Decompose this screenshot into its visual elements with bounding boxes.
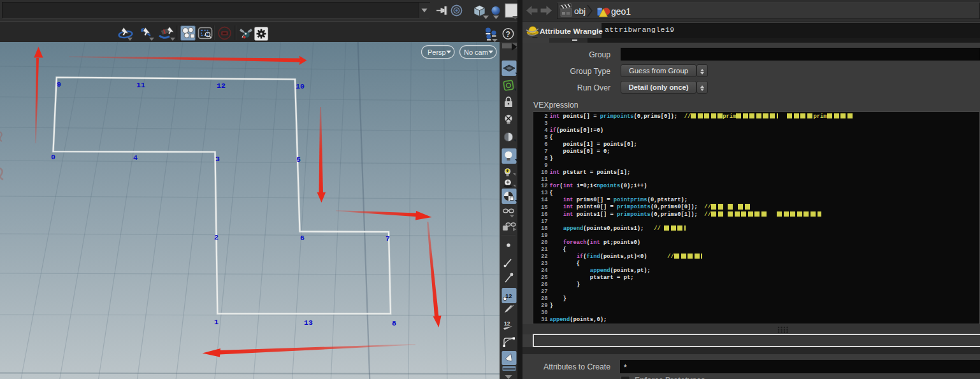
svg-text:4: 4: [133, 154, 138, 162]
svg-text:5: 5: [296, 155, 301, 164]
svg-text:8: 8: [392, 319, 396, 327]
svg-text:Persp: Persp: [428, 48, 446, 56]
svg-text:12: 12: [217, 82, 226, 90]
svg-text:11: 11: [136, 81, 145, 89]
svg-text:13: 13: [304, 318, 313, 327]
svg-text:6: 6: [300, 234, 305, 242]
svg-text:9: 9: [57, 80, 61, 89]
svg-text:10: 10: [296, 82, 305, 90]
svg-text:?: ?: [506, 30, 510, 39]
svg-text:1: 1: [214, 318, 219, 326]
svg-text:3: 3: [215, 155, 220, 163]
svg-text:0: 0: [51, 153, 55, 161]
svg-text:No cam: No cam: [464, 48, 488, 56]
svg-text:7: 7: [386, 234, 390, 243]
svg-text:2: 2: [214, 233, 219, 241]
svg-text:12: 12: [505, 292, 512, 299]
svg-text:12: 12: [504, 320, 510, 327]
